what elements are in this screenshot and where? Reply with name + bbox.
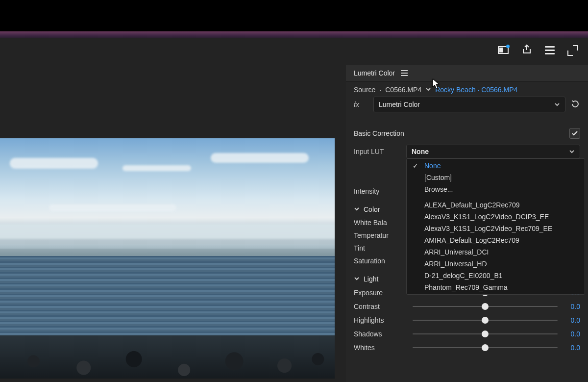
mouse-cursor (432, 78, 441, 91)
slider-row: Contrast0.0 (354, 300, 580, 313)
effect-name: Lumetri Color (379, 101, 420, 108)
input-lut-value: None (412, 148, 429, 155)
lut-option[interactable]: AlexaV3_K1S1_LogC2Video_DCIP3_EE (407, 211, 585, 223)
maximize-icon[interactable] (567, 45, 578, 56)
chevron-down-icon (569, 149, 575, 154)
tint-label: Tint (354, 244, 408, 252)
lut-option[interactable]: ✓None (407, 160, 585, 172)
slider-label: Whites (354, 344, 408, 352)
panel-options-icon[interactable] (401, 70, 408, 76)
lut-option[interactable]: Browse... (407, 183, 585, 195)
reset-icon[interactable] (570, 99, 580, 110)
slider-row: Highlights0.0 (354, 313, 580, 327)
caret-down-icon[interactable] (354, 275, 360, 283)
light-heading[interactable]: Light (364, 275, 378, 283)
lumetri-color-panel: Lumetri Color Source · C0566.MP4 Rocky B… (346, 65, 588, 382)
slider-thumb[interactable] (482, 344, 489, 351)
slider-value[interactable]: 0.0 (563, 330, 580, 338)
lut-option[interactable]: AMIRA_Default_LogC2Rec709 (407, 234, 585, 246)
slider-label: Exposure (354, 289, 408, 297)
top-toolbar (0, 38, 588, 65)
panel-menu-icon[interactable] (545, 46, 555, 54)
workspace-tab-strip (0, 31, 588, 38)
input-lut-dropdown[interactable]: None (406, 145, 580, 158)
slider-label: Contrast (354, 303, 408, 310)
slider-label: Highlights (354, 316, 408, 324)
white-balance-label: White Bala (354, 219, 408, 227)
slider-value[interactable]: 0.0 (563, 303, 580, 310)
chevron-down-icon (554, 102, 560, 107)
lut-option[interactable]: ARRI_Universal_DCI (407, 246, 585, 258)
program-monitor[interactable] (0, 138, 335, 379)
slider-value[interactable]: 0.0 (563, 344, 580, 352)
slider-track[interactable] (413, 343, 558, 352)
slider-thumb[interactable] (482, 331, 489, 337)
fx-badge[interactable]: fx (354, 101, 368, 108)
lut-option[interactable]: ARRI_Universal_HD (407, 258, 585, 270)
slider-track[interactable] (413, 316, 558, 325)
lut-option[interactable]: AlexaV3_K1S1_LogC2Video_Rec709_EE (407, 223, 585, 234)
basic-correction-heading[interactable]: Basic Correction (354, 129, 404, 137)
slider-row: Whites0.0 (354, 341, 580, 355)
intensity-label: Intensity (354, 187, 408, 195)
slider-track[interactable] (413, 302, 558, 311)
svg-rect-1 (499, 48, 503, 52)
title-bar-black (0, 0, 588, 31)
source-file: C0566.MP4 (385, 86, 421, 94)
lut-option[interactable]: D-21_delogC_EI0200_B1 (407, 270, 585, 281)
caret-down-icon[interactable] (354, 205, 360, 213)
slider-label: Shadows (354, 330, 408, 338)
share-icon[interactable] (521, 44, 532, 56)
workspace-icon[interactable] (498, 45, 509, 55)
source-row: Source · C0566.MP4 Rocky Beach · C0566.M… (346, 82, 588, 96)
input-lut-label: Input LUT (354, 148, 400, 155)
lut-option[interactable]: Phantom_Rec709_Gamma (407, 281, 585, 293)
source-label: Source (354, 86, 375, 94)
slider-thumb[interactable] (482, 303, 489, 310)
lut-option[interactable]: ALEXA_Default_LogC2Rec709 (407, 199, 585, 211)
temperature-label: Temperatur (354, 231, 408, 239)
slider-track[interactable] (413, 330, 558, 338)
clip-link[interactable]: Rocky Beach · C0566.MP4 (435, 86, 517, 94)
saturation-label: Saturation (354, 257, 408, 265)
slider-row: Shadows0.0 (354, 327, 580, 341)
slider-thumb[interactable] (482, 317, 489, 324)
program-monitor-area (0, 65, 346, 382)
panel-title: Lumetri Color (354, 69, 395, 77)
chevron-down-icon[interactable] (425, 86, 431, 94)
panel-header[interactable]: Lumetri Color (346, 65, 588, 82)
preview-rocks (0, 335, 335, 379)
effect-selector[interactable]: Lumetri Color (373, 97, 565, 112)
slider-value[interactable]: 0.0 (563, 316, 580, 324)
lut-option[interactable]: [Custom] (407, 172, 585, 183)
input-lut-dropdown-list[interactable]: ✓None[Custom]Browse...ALEXA_Default_LogC… (406, 158, 585, 295)
color-heading[interactable]: Color (364, 205, 380, 213)
basic-correction-toggle[interactable] (569, 128, 580, 139)
